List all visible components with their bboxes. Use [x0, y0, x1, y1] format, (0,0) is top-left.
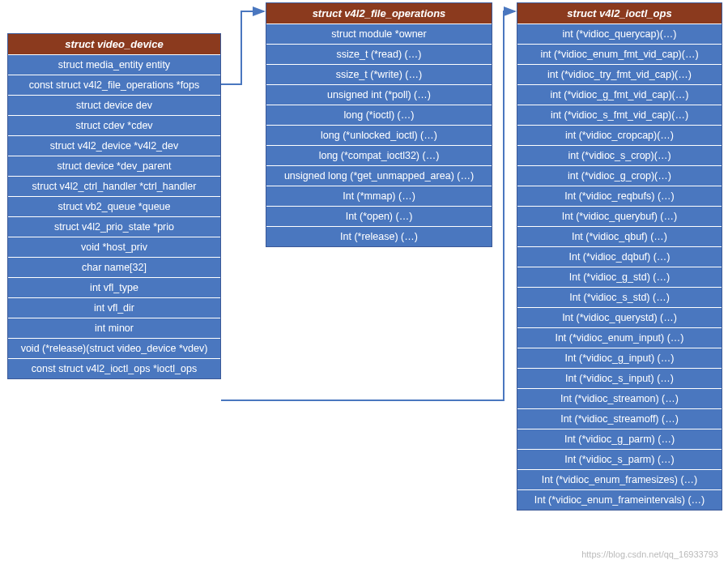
struct-rows: struct media_entity entityconst struct v… — [8, 55, 220, 378]
struct-row: Int (*vidioc_g_parm) (…) — [517, 429, 722, 449]
struct-file-operations: struct v4l2_file_operations struct modul… — [266, 2, 492, 247]
struct-row: struct cdev *cdev — [8, 115, 220, 135]
struct-row: Int (*vidioc_streamon) (…) — [517, 388, 722, 408]
struct-row: int minor — [8, 318, 220, 338]
struct-row: long (*compat_ioctl32) (…) — [266, 145, 492, 165]
struct-row: int (*vidioc_g_crop)(…) — [517, 165, 722, 186]
struct-rows: int (*vidioc_querycap)(…)int (*vidioc_en… — [517, 24, 722, 510]
struct-row: int (*vidioc_querycap)(…) — [517, 24, 722, 44]
struct-row: Int (*vidioc_g_input) (…) — [517, 348, 722, 368]
struct-row: Int (*vidioc_enum_framesizes) (…) — [517, 469, 722, 489]
struct-row: struct media_entity entity — [8, 55, 220, 75]
struct-row: unsigned long (*get_unmapped_area) (…) — [266, 165, 492, 186]
struct-row: Int (*vidioc_enum_input) (…) — [517, 327, 722, 348]
struct-row: Int (*release) (…) — [266, 226, 492, 246]
struct-row: ssize_t (*read) (…) — [266, 44, 492, 64]
struct-row: long (*ioctl) (…) — [266, 105, 492, 125]
struct-row: Int (*vidioc_enum_frameintervals) (…) — [517, 489, 722, 510]
struct-row: Int (*vidioc_g_std) (…) — [517, 267, 722, 287]
struct-row: struct device dev — [8, 95, 220, 115]
struct-row: struct vb2_queue *queue — [8, 196, 220, 216]
struct-row: int vfl_dir — [8, 297, 220, 318]
struct-header: struct v4l2_file_operations — [266, 3, 492, 24]
struct-row: const struct v4l2_file_operations *fops — [8, 75, 220, 95]
watermark: https://blog.csdn.net/qq_16933793 — [581, 549, 718, 559]
struct-row: void (*release)(struct video_device *vde… — [8, 338, 220, 358]
struct-header: struct v4l2_ioctl_ops — [517, 3, 722, 24]
struct-row: Int (*vidioc_qbuf) (…) — [517, 226, 722, 246]
struct-row: int (*vidioc_g_fmt_vid_cap)(…) — [517, 84, 722, 105]
struct-row: ssize_t (*write) (…) — [266, 64, 492, 84]
struct-row: struct device *dev_parent — [8, 156, 220, 176]
struct-row: unsigned int (*poll) (…) — [266, 84, 492, 105]
struct-row: struct v4l2_device *v4l2_dev — [8, 135, 220, 156]
struct-row: const struct v4l2_ioctl_ops *ioctl_ops — [8, 358, 220, 378]
struct-row: Int (*vidioc_s_std) (…) — [517, 287, 722, 307]
struct-row: int (*vidioc_enum_fmt_vid_cap)(…) — [517, 44, 722, 64]
struct-row: Int (*vidioc_querybuf) (…) — [517, 206, 722, 226]
struct-row: int (*vidioc_try_fmt_vid_cap)(…) — [517, 64, 722, 84]
struct-row: struct v4l2_ctrl_handler *ctrl_handler — [8, 176, 220, 196]
struct-row: Int (*mmap) (…) — [266, 186, 492, 206]
struct-row: Int (*vidioc_s_input) (…) — [517, 368, 722, 388]
struct-row: long (*unlocked_ioctl) (…) — [266, 125, 492, 145]
struct-row: int vfl_type — [8, 277, 220, 297]
struct-row: Int (*vidioc_streamoff) (…) — [517, 408, 722, 429]
struct-row: int (*vidioc_s_fmt_vid_cap)(…) — [517, 105, 722, 125]
struct-row: Int (*vidioc_querystd) (…) — [517, 307, 722, 327]
struct-row: Int (*vidioc_s_parm) (…) — [517, 449, 722, 469]
struct-rows: struct module *ownerssize_t (*read) (…)s… — [266, 24, 492, 246]
struct-row: Int (*open) (…) — [266, 206, 492, 226]
struct-row: int (*vidioc_s_crop)(…) — [517, 145, 722, 165]
struct-row: char name[32] — [8, 257, 220, 277]
struct-row: int (*vidioc_cropcap)(…) — [517, 125, 722, 145]
struct-header: struct video_device — [8, 34, 220, 55]
struct-row: Int (*vidioc_reqbufs) (…) — [517, 186, 722, 206]
struct-row: struct module *owner — [266, 24, 492, 44]
struct-row: struct v4l2_prio_state *prio — [8, 216, 220, 237]
struct-video-device: struct video_device struct media_entity … — [7, 33, 221, 379]
struct-ioctl-ops: struct v4l2_ioctl_ops int (*vidioc_query… — [517, 2, 722, 511]
struct-row: void *host_priv — [8, 237, 220, 257]
struct-row: Int (*vidioc_dqbuf) (…) — [517, 246, 722, 267]
